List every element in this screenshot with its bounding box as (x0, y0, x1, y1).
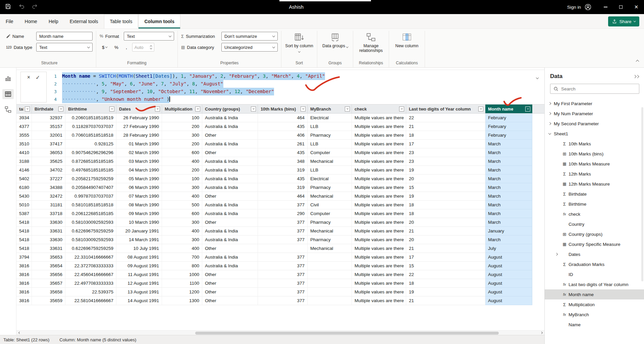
table-cell[interactable]: 377 (258, 253, 308, 262)
table-cell[interactable]: 10 March 1990 (116, 218, 162, 227)
field-item-my-num-parameter[interactable]: My Num Parameter (545, 109, 644, 119)
column-header-birthtime[interactable]: Birthtime (65, 105, 116, 113)
table-cell[interactable]: 400 (162, 157, 202, 166)
table-cell[interactable]: 31181 (32, 201, 65, 209)
table-cell[interactable]: 290 (258, 209, 308, 218)
table-cell[interactable]: Other (202, 148, 258, 157)
table-cell[interactable]: 300 (162, 218, 202, 227)
table-cell[interactable]: 3794 (16, 253, 32, 262)
table-cell[interactable]: Australia & India (202, 253, 258, 262)
field-item-graduation-marks[interactable]: Graduation Marks (545, 259, 644, 269)
table-cell[interactable]: 5430 (16, 192, 32, 201)
table-cell[interactable]: Australia & India (202, 235, 258, 244)
field-item-country[interactable]: Country (545, 219, 644, 229)
table-cell[interactable]: 3188 (16, 157, 32, 166)
table-cell[interactable]: Australia & India (202, 201, 258, 209)
table-cell[interactable] (308, 253, 352, 262)
table-cell[interactable]: Other (202, 270, 258, 279)
table-cell[interactable]: Other (202, 192, 258, 201)
table-row[interactable]: 4377351570.11828703703703727 February 19… (16, 122, 544, 131)
table-cell[interactable]: 300 (162, 131, 202, 140)
table-cell[interactable]: 37417 (32, 140, 65, 148)
table-cell[interactable]: 0.99787037037037 (65, 192, 116, 201)
field-item-last-two-digits-of-year-column[interactable]: Last two digits of Year column (545, 279, 644, 289)
table-cell[interactable]: Multiple values are there (352, 192, 406, 201)
field-item-month-name[interactable]: Month name (545, 289, 644, 299)
table-cell[interactable]: 08 August 1991 (116, 253, 162, 262)
table-cell[interactable]: 464 (258, 192, 308, 201)
table-cell[interactable]: Australia & India (202, 166, 258, 175)
table-cell[interactable]: Multiple values are there (352, 296, 406, 305)
table-cell[interactable]: 03 March 1990 (116, 157, 162, 166)
table-cell[interactable]: 15 (406, 262, 485, 270)
table-cell[interactable]: 0.206018518518519 (65, 114, 116, 122)
table-cell[interactable]: Multiple values are there (352, 279, 406, 288)
table-cell[interactable]: 13 August 1991 (116, 288, 162, 296)
table-cell[interactable]: 26 February 1990 (116, 114, 162, 122)
table-cell[interactable]: 377 (258, 201, 308, 209)
table-cell[interactable]: 23 (406, 148, 485, 157)
table-cell[interactable]: Computer (308, 148, 352, 157)
table-cell[interactable]: Australia & India (202, 122, 258, 131)
table-cell[interactable]: Other (202, 279, 258, 288)
cancel-formula-button[interactable]: × (27, 74, 30, 102)
table-cell[interactable]: Australia & India (202, 157, 258, 166)
commit-formula-button[interactable]: ✓ (36, 74, 40, 102)
table-cell[interactable]: 377 (258, 227, 308, 235)
table-cell[interactable]: Other (202, 244, 258, 253)
table-row[interactable]: 4146347020.49768518518518504 March 19902… (16, 166, 544, 175)
table-cell[interactable]: 04 March 1990 (116, 166, 162, 175)
table-cell[interactable]: 400 (162, 227, 202, 235)
table-cell[interactable]: 0.206122685185185 (65, 209, 116, 218)
table-cell[interactable]: Multiple values are there (352, 131, 406, 140)
table-row[interactable]: 3934329370.20601851851851926 February 19… (16, 114, 544, 122)
column-filter-button[interactable] (195, 107, 200, 112)
table-cell[interactable]: 09 August 1991 (116, 262, 162, 270)
table-cell[interactable]: 37227 (32, 175, 65, 183)
table-cell[interactable]: 3934 (16, 114, 32, 122)
table-cell[interactable]: LLB (308, 122, 352, 131)
table-cell[interactable]: 0.907546296296296 (65, 148, 116, 157)
column-header-10th-marks-bins[interactable]: 10th Marks (bins) (258, 105, 308, 113)
table-cell[interactable]: 22.539375 (65, 288, 116, 296)
table-cell[interactable]: Multiple values are there (352, 227, 406, 235)
table-cell[interactable]: 200 (162, 140, 202, 148)
table-cell[interactable]: Multiple values are there (352, 262, 406, 270)
table-cell[interactable]: Multiple values are there (352, 288, 406, 296)
table-cell[interactable]: 35656 (32, 270, 65, 279)
pane-scrollbar[interactable] (641, 107, 643, 281)
table-cell[interactable]: August (485, 270, 532, 279)
formula-line-1[interactable]: 1Month name = SWITCH(MONTH(Sheet1[Dates]… (50, 72, 544, 80)
table-row[interactable]: 5430324720.9978703703703707 March 199040… (16, 192, 544, 201)
table-cell[interactable]: 377 (258, 270, 308, 279)
table-row[interactable]: 5402372270.20582175925925905 March 19901… (16, 175, 544, 183)
table-cell[interactable]: Multiple values are there (352, 175, 406, 183)
table-cell[interactable]: Electrical (308, 175, 352, 183)
table-cell[interactable]: 33631 (32, 244, 65, 253)
maximize-button[interactable] (613, 0, 629, 14)
column-header-month-name[interactable]: Month name (485, 105, 532, 113)
table-cell[interactable]: 319 (258, 183, 308, 192)
table-cell[interactable] (258, 244, 308, 253)
table-cell[interactable]: 800 (162, 262, 202, 270)
table-cell[interactable] (308, 279, 352, 288)
collapse-ribbon-button[interactable] (636, 58, 639, 64)
table-cell[interactable]: February (485, 114, 532, 122)
table-cell[interactable]: 22 (406, 114, 485, 122)
table-cell[interactable]: 18 (406, 131, 485, 140)
table-cell[interactable]: 319 (258, 166, 308, 175)
table-cell[interactable]: March (485, 192, 532, 201)
table-cell[interactable]: Australia & India (202, 262, 258, 270)
formula-line-3[interactable]: 3············, 9, "September", 10, "Octo… (50, 88, 544, 95)
table-cell[interactable]: 21 (406, 296, 485, 305)
scroll-left-button[interactable] (16, 332, 22, 334)
column-filter-button[interactable] (25, 107, 30, 112)
field-item-country-specific-measure[interactable]: Country Specific Measure (545, 239, 644, 249)
table-cell[interactable]: 435 (258, 148, 308, 157)
table-row[interactable]: 5418336300.58103009259259314 March 19913… (16, 235, 544, 244)
table-cell[interactable]: 600 (162, 148, 202, 157)
table-cell[interactable]: 700 (162, 253, 202, 262)
table-cell[interactable]: 100 (162, 114, 202, 122)
table-cell[interactable]: 1100 (162, 279, 202, 288)
table-cell[interactable]: 3816 (16, 296, 32, 305)
